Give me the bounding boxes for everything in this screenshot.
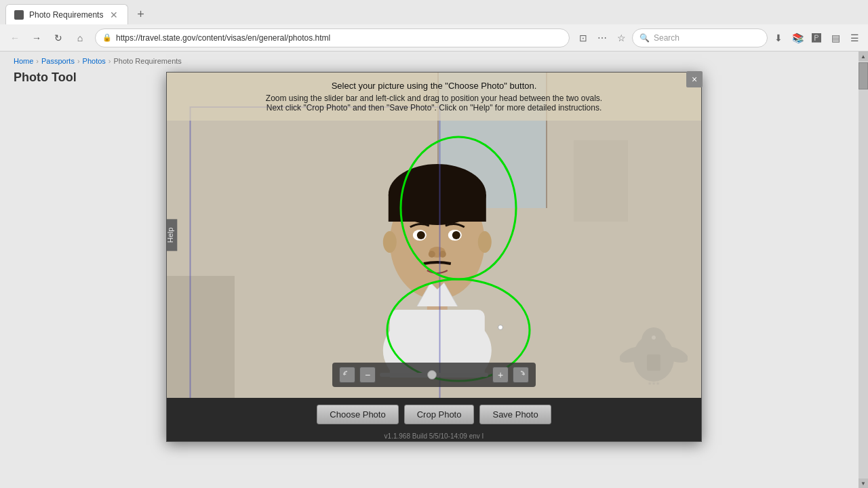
search-bar[interactable]: 🔍 Search — [632, 28, 768, 47]
bookmark-button[interactable]: ☆ — [613, 30, 629, 46]
nav-bar: ← → ↻ ⌂ 🔒 https://travel.state.gov/conte… — [0, 24, 868, 52]
bookmark-list-button[interactable]: ⊡ — [575, 30, 591, 46]
instruction-line1: Select your picture using the "Choose Ph… — [194, 81, 674, 91]
address-bar[interactable]: 🔒 https://travel.state.gov/content/visas… — [95, 28, 570, 47]
page-content: Home › Passports › Photos › Photo Requir… — [0, 52, 868, 488]
scroll-down-button[interactable]: ▼ — [859, 479, 868, 488]
breadcrumb-sep2: › — [77, 57, 80, 65]
search-icon: 🔍 — [639, 33, 650, 43]
reader-view-button[interactable]: ▤ — [827, 30, 844, 46]
tab-close-button[interactable]: ✕ — [108, 9, 119, 20]
zoom-minus-button[interactable]: − — [359, 367, 376, 383]
svg-point-21 — [401, 137, 516, 279]
home-button[interactable]: ⌂ — [71, 28, 90, 47]
breadcrumb-passports[interactable]: Passports — [41, 57, 75, 65]
lock-icon: 🔒 — [102, 33, 112, 42]
breadcrumb: Home › Passports › Photos › Photo Requir… — [0, 52, 868, 70]
svg-rect-5 — [574, 140, 628, 222]
photo-tool-inner: Select your picture using the "Choose Ph… — [167, 73, 701, 398]
scrollbar-right[interactable]: ▲ ▼ — [859, 52, 868, 488]
svg-marker-23 — [344, 373, 347, 375]
breadcrumb-current: Photo Requirements — [114, 57, 182, 65]
cursor-indicator — [498, 325, 503, 330]
new-tab-button[interactable]: + — [131, 5, 150, 24]
bottom-buttons: Choose Photo Crop Photo Save Photo — [167, 398, 701, 431]
tab-title: Photo Requirements — [29, 10, 103, 20]
instructions-overlay: Select your picture using the "Choose Ph… — [167, 73, 701, 121]
zoom-slider-track[interactable] — [380, 373, 488, 377]
svg-rect-29 — [647, 354, 660, 371]
photo-canvas[interactable]: Select your picture using the "Choose Ph… — [167, 73, 701, 398]
svg-marker-24 — [521, 373, 524, 375]
help-tab-button[interactable]: Help — [167, 220, 177, 251]
scroll-up-button[interactable]: ▲ — [859, 52, 868, 61]
zoom-rotate-left-button[interactable] — [339, 367, 355, 383]
svg-text:★★★: ★★★ — [648, 381, 660, 386]
breadcrumb-home[interactable]: Home — [14, 57, 33, 65]
eagle-watermark: ★★★ — [620, 321, 688, 391]
instruction-line2: Zoom using the slider bar and left-click… — [194, 94, 674, 103]
active-tab[interactable]: Photo Requirements ✕ — [5, 4, 128, 24]
library-button[interactable]: 📚 — [789, 30, 806, 46]
crop-photo-button[interactable]: Crop Photo — [404, 405, 475, 424]
zoom-rotate-right-button[interactable] — [513, 367, 529, 383]
forward-button[interactable]: → — [27, 28, 46, 47]
url-text: https://travel.state.gov/content/visas/e… — [116, 33, 562, 43]
refresh-button[interactable]: ↻ — [49, 28, 68, 47]
svg-point-30 — [652, 336, 656, 340]
tab-favicon — [14, 10, 24, 20]
save-photo-button[interactable]: Save Photo — [479, 405, 551, 424]
download-button[interactable]: ⬇ — [770, 30, 787, 46]
tab-bar: Photo Requirements ✕ + — [0, 0, 868, 24]
scrollbar-thumb[interactable] — [859, 62, 868, 89]
back-button[interactable]: ← — [5, 28, 24, 47]
version-text: v1.1.968 Build 5/5/10-14:09 env I — [167, 431, 701, 441]
browser-nav-icons: ⬇ 📚 🅿 ▤ ☰ — [770, 30, 863, 46]
menu-button[interactable]: ☰ — [846, 30, 863, 46]
browser-chrome: Photo Requirements ✕ + ← → ↻ ⌂ 🔒 https:/… — [0, 0, 868, 52]
instruction-line3: Next click "Crop Photo" and then "Save P… — [194, 103, 674, 113]
zoom-slider-thumb[interactable] — [427, 370, 437, 380]
pocket-button[interactable]: 🅿 — [808, 30, 825, 46]
choose-photo-button[interactable]: Choose Photo — [317, 405, 398, 424]
photo-tool-modal: × — [166, 72, 702, 442]
zoom-controls: − + — [332, 363, 536, 387]
breadcrumb-photos[interactable]: Photos — [83, 57, 106, 65]
head-oval-guide — [397, 134, 519, 283]
breadcrumb-sep1: › — [36, 57, 39, 65]
search-text: Search — [654, 33, 679, 43]
breadcrumb-sep3: › — [108, 57, 111, 65]
modal-close-button[interactable]: × — [686, 71, 703, 87]
zoom-plus-button[interactable]: + — [492, 367, 509, 383]
more-button[interactable]: ⋯ — [594, 30, 610, 46]
